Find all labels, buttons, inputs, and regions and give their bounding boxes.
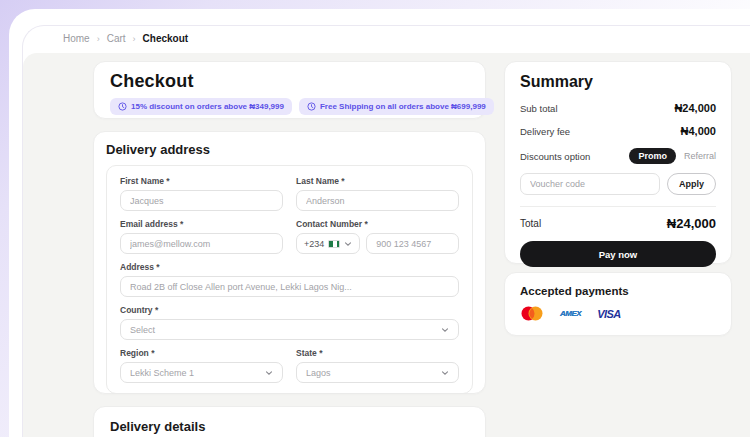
country-field-group: Country * Select bbox=[120, 305, 459, 340]
state-select[interactable]: Lagos bbox=[296, 362, 459, 383]
first-name-label: First Name * bbox=[120, 176, 283, 186]
chevron-down-icon bbox=[441, 369, 449, 377]
region-label: Region * bbox=[120, 348, 283, 358]
email-input[interactable] bbox=[120, 233, 283, 254]
checkout-header-card: Checkout 15% discount on orders above ₦3… bbox=[93, 61, 486, 119]
accepted-payments-title: Accepted payments bbox=[520, 285, 716, 297]
amex-icon: AMEX bbox=[560, 309, 581, 318]
discounts-label: Discounts option bbox=[520, 151, 590, 162]
clock-icon bbox=[118, 102, 127, 111]
breadcrumb-home[interactable]: Home bbox=[63, 33, 90, 44]
region-select[interactable]: Lekki Scheme 1 bbox=[120, 362, 283, 383]
payment-methods: AMEX VISA bbox=[520, 306, 716, 321]
region-select-value: Lekki Scheme 1 bbox=[130, 368, 265, 378]
subtotal-value: ₦24,000 bbox=[674, 102, 716, 114]
chevron-down-icon bbox=[265, 369, 273, 377]
chevron-right-icon: › bbox=[133, 34, 136, 44]
free-shipping-badge: Free Shipping on all orders above ₦699,9… bbox=[299, 98, 494, 115]
accepted-payments-card: Accepted payments AMEX VISA bbox=[504, 272, 732, 336]
promo-toggle[interactable]: Promo bbox=[629, 148, 676, 164]
discount-badge: 15% discount on orders above ₦349,999 bbox=[110, 98, 292, 115]
delivery-fee-label: Delivery fee bbox=[520, 126, 570, 137]
discount-toggle-group: Promo Referral bbox=[629, 148, 716, 164]
state-field-group: State * Lagos bbox=[296, 348, 459, 383]
free-shipping-badge-text: Free Shipping on all orders above ₦699,9… bbox=[320, 102, 486, 111]
summary-title: Summary bbox=[520, 73, 716, 91]
address-input[interactable] bbox=[120, 276, 459, 297]
pay-now-button[interactable]: Pay now bbox=[520, 241, 716, 267]
summary-divider bbox=[520, 206, 716, 207]
breadcrumb-cart[interactable]: Cart bbox=[107, 33, 126, 44]
delivery-address-title: Delivery address bbox=[106, 142, 473, 157]
chevron-right-icon: › bbox=[97, 34, 100, 44]
delivery-details-card: Delivery details bbox=[93, 406, 486, 437]
delivery-fee-row: Delivery fee ₦4,000 bbox=[520, 125, 716, 137]
dial-code: +234 bbox=[304, 239, 324, 249]
clock-icon bbox=[307, 102, 316, 111]
breadcrumb: Home › Cart › Checkout bbox=[63, 33, 188, 44]
total-value: ₦24,000 bbox=[667, 216, 716, 231]
page-title: Checkout bbox=[110, 71, 469, 92]
state-label: State * bbox=[296, 348, 459, 358]
email-field-group: Email address * bbox=[120, 219, 283, 254]
delivery-fee-value: ₦4,000 bbox=[681, 125, 716, 137]
discount-badge-text: 15% discount on orders above ₦349,999 bbox=[131, 102, 284, 111]
visa-icon: VISA bbox=[597, 308, 621, 320]
page-background: Home › Cart › Checkout Checkout 15% disc… bbox=[0, 0, 750, 437]
last-name-input[interactable] bbox=[296, 190, 459, 211]
country-label: Country * bbox=[120, 305, 459, 315]
chevron-down-icon bbox=[344, 240, 352, 248]
mastercard-icon bbox=[520, 306, 544, 321]
region-field-group: Region * Lekki Scheme 1 bbox=[120, 348, 283, 383]
discounts-row: Discounts option Promo Referral bbox=[520, 148, 716, 164]
email-label: Email address * bbox=[120, 219, 283, 229]
apply-voucher-button[interactable]: Apply bbox=[667, 173, 716, 195]
content-area: Checkout 15% discount on orders above ₦3… bbox=[23, 53, 750, 437]
total-row: Total ₦24,000 bbox=[520, 216, 716, 231]
voucher-row: Apply bbox=[520, 173, 716, 195]
address-label: Address * bbox=[120, 262, 459, 272]
total-label: Total bbox=[520, 218, 541, 229]
last-name-field-group: Last Name * bbox=[296, 176, 459, 211]
contact-field-group: Contact Number * +234 bbox=[296, 219, 459, 254]
subtotal-label: Sub total bbox=[520, 103, 558, 114]
first-name-field-group: First Name * bbox=[120, 176, 283, 211]
country-code-selector[interactable]: +234 bbox=[296, 233, 360, 254]
country-select-value: Select bbox=[130, 325, 441, 335]
chevron-down-icon bbox=[441, 326, 449, 334]
summary-card: Summary Sub total ₦24,000 Delivery fee ₦… bbox=[504, 61, 732, 264]
main-window: Home › Cart › Checkout Checkout 15% disc… bbox=[22, 25, 750, 437]
voucher-code-input[interactable] bbox=[520, 173, 660, 195]
subtotal-row: Sub total ₦24,000 bbox=[520, 102, 716, 114]
phone-number-input[interactable] bbox=[366, 233, 459, 254]
referral-toggle[interactable]: Referral bbox=[684, 148, 716, 164]
delivery-address-card: Delivery address First Name * Last Name … bbox=[93, 131, 486, 394]
first-name-input[interactable] bbox=[120, 190, 283, 211]
nigeria-flag-icon bbox=[328, 240, 340, 248]
last-name-label: Last Name * bbox=[296, 176, 459, 186]
address-fieldset: First Name * Last Name * Email address * bbox=[106, 165, 473, 394]
delivery-details-title: Delivery details bbox=[110, 419, 469, 434]
address-field-group: Address * bbox=[120, 262, 459, 297]
promo-badges: 15% discount on orders above ₦349,999 Fr… bbox=[110, 98, 469, 115]
country-select[interactable]: Select bbox=[120, 319, 459, 340]
breadcrumb-checkout: Checkout bbox=[143, 33, 189, 44]
state-select-value: Lagos bbox=[306, 368, 441, 378]
contact-number-label: Contact Number * bbox=[296, 219, 459, 229]
